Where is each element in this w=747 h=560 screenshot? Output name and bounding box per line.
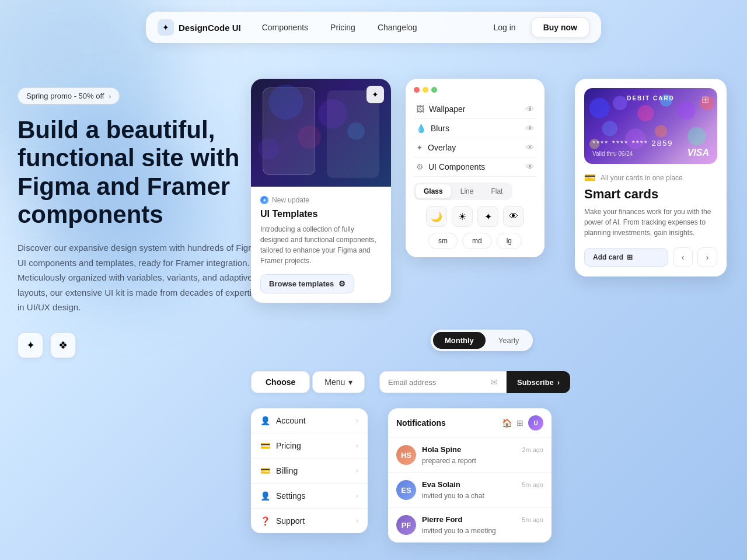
login-button[interactable]: Log in — [483, 18, 526, 37]
hero-figma-icon[interactable]: ✦ — [18, 332, 43, 358]
debit-card: DEBIT CARD ⊞ **** **** **** 2859 Valid t… — [584, 88, 717, 164]
overlay-label: Overlay — [428, 143, 456, 152]
menu-item-support[interactable]: ❓ Support › — [251, 509, 368, 533]
size-sm-btn[interactable]: sm — [428, 233, 458, 249]
promo-label: Spring promo - 50% off — [26, 92, 104, 100]
light-theme-btn[interactable]: ☀ — [452, 206, 473, 227]
choose-button[interactable]: Choose — [251, 371, 310, 393]
notif-name-2: Pierre Ford — [422, 515, 462, 524]
notification-item-0: HS Hola Spine 2m ago prepared a report — [388, 438, 551, 473]
notifications-title: Notifications — [396, 418, 446, 428]
card-templates-image: ✦ — [251, 79, 391, 187]
account-label: Account — [276, 416, 306, 425]
nav-link-changelog[interactable]: Changelog — [368, 19, 427, 36]
account-chevron-icon: › — [356, 416, 358, 425]
svg-point-6 — [613, 96, 627, 110]
navbar-logo-text: DesignCode UI — [179, 23, 241, 33]
buynow-button[interactable]: Buy now — [531, 18, 589, 37]
style-toggle-container: Glass Line Flat — [414, 183, 512, 200]
eye-icon-blurs[interactable]: 👁 — [526, 124, 534, 133]
auto-theme-btn[interactable]: ✦ — [477, 206, 498, 227]
smart-card-title: Smart cards — [584, 187, 717, 202]
filter-icon[interactable]: ⊞ — [516, 418, 523, 428]
dot-green — [431, 87, 437, 93]
hero-section: Spring promo - 50% off › Build a beautif… — [18, 88, 263, 358]
svg-point-3 — [347, 123, 365, 140]
eye-icon-ui[interactable]: 👁 — [526, 162, 534, 172]
navbar: ✦ DesignCode UI Components Pricing Chang… — [146, 12, 601, 43]
ui-components-icon: ⚙ — [416, 162, 424, 172]
email-input[interactable] — [388, 378, 486, 387]
subscribe-chevron-icon: › — [557, 378, 560, 387]
card-settings: 🖼 Wallpaper 👁 💧 Blurs 👁 ✦ Overlay 👁 ⚙ UI… — [406, 79, 544, 257]
size-md-btn[interactable]: md — [462, 233, 492, 249]
card-templates-title: UI Templates — [260, 209, 382, 219]
add-card-icon: ⊞ — [627, 253, 633, 261]
card-ui-templates: ✦ ✦ New update UI Templates Introducing … — [251, 79, 391, 303]
debit-card-grid-icon: ⊞ — [701, 94, 709, 105]
dark-theme-btn[interactable]: 🌙 — [426, 206, 447, 227]
navbar-logo: ✦ DesignCode UI — [158, 19, 241, 36]
svg-point-4 — [258, 138, 279, 159]
notif-action-1: invited you to a chat — [422, 492, 484, 500]
card-menu-list: 👤 Account › 💳 Pricing › 💳 Billing › 👤 Se… — [251, 408, 368, 533]
notif-action-0: prepared a report — [422, 457, 476, 465]
menu-item-account[interactable]: 👤 Account › — [251, 408, 368, 433]
nav-link-pricing[interactable]: Pricing — [321, 19, 365, 36]
smart-card-meta-icon: 💳 — [584, 172, 596, 183]
browse-templates-button[interactable]: Browse templates ⚙ — [260, 274, 354, 293]
svg-point-14 — [687, 127, 706, 146]
dot-yellow — [423, 87, 428, 93]
notif-name-0: Hola Spine — [422, 445, 461, 454]
settings-label: Settings — [276, 491, 306, 501]
menu-item-settings[interactable]: 👤 Settings › — [251, 484, 368, 509]
notif-time-2: 5m ago — [522, 516, 543, 523]
user-avatar-header[interactable]: U — [528, 415, 543, 430]
browse-icon: ⚙ — [338, 279, 345, 288]
smart-card-description: Make your finances work for you with the… — [584, 206, 717, 238]
hero-title: Build a beautiful, functional site with … — [18, 116, 263, 229]
accessibility-theme-btn[interactable]: 👁 — [503, 206, 524, 227]
promo-chevron-icon: › — [109, 93, 111, 100]
support-chevron-icon: › — [356, 517, 358, 525]
notif-avatar-1: ES — [396, 480, 416, 500]
notif-header-icons: 🏠 ⊞ U — [502, 415, 543, 430]
notification-item-1: ES Eva Solain 5m ago invited you to a ch… — [388, 473, 551, 508]
eye-icon-wallpaper[interactable]: 👁 — [526, 104, 534, 114]
email-input-wrap: ✉ — [379, 371, 507, 393]
yearly-btn[interactable]: Yearly — [487, 332, 531, 349]
account-icon: 👤 — [260, 416, 270, 425]
monthly-btn[interactable]: Monthly — [433, 332, 486, 349]
notif-time-1: 5m ago — [522, 481, 543, 488]
hero-description: Discover our expansive design system wit… — [18, 240, 263, 315]
menu-item-billing[interactable]: 💳 Billing › — [251, 459, 368, 484]
new-update-label: New update — [272, 196, 309, 204]
eye-icon-overlay[interactable]: 👁 — [526, 143, 534, 152]
logo-icon: ✦ — [158, 19, 174, 36]
card-notifications: Notifications 🏠 ⊞ U HS Hola Spine 2m ago… — [388, 408, 551, 542]
add-card-button[interactable]: Add card ⊞ — [584, 248, 668, 267]
debit-card-label: DEBIT CARD — [627, 95, 675, 102]
subscribe-button[interactable]: Subscribe › — [507, 371, 570, 393]
hero-framer-icon[interactable]: ❖ — [50, 332, 76, 358]
flat-toggle[interactable]: Flat — [483, 184, 511, 198]
size-lg-btn[interactable]: lg — [497, 233, 522, 249]
style-toggle-group: Glass Line Flat — [414, 183, 536, 200]
home-icon[interactable]: 🏠 — [502, 418, 512, 428]
nav-link-components[interactable]: Components — [253, 19, 317, 36]
menu-button[interactable]: Menu ▾ — [312, 371, 365, 393]
pricing-icon: 💳 — [260, 441, 270, 450]
debit-card-number: **** **** **** 2859 — [592, 139, 673, 148]
notif-time-0: 2m ago — [522, 446, 543, 453]
prev-card-button[interactable]: ‹ — [673, 247, 693, 267]
promo-badge[interactable]: Spring promo - 50% off › — [18, 88, 120, 104]
menu-item-pricing[interactable]: 💳 Pricing › — [251, 433, 368, 459]
pricing-chevron-icon: › — [356, 442, 358, 450]
glass-toggle[interactable]: Glass — [416, 184, 451, 198]
wallpaper-label: Wallpaper — [429, 104, 466, 114]
line-toggle[interactable]: Line — [452, 184, 482, 198]
notif-avatar-0: HS — [396, 445, 416, 465]
next-card-button[interactable]: › — [697, 247, 717, 267]
navbar-actions: Log in Buy now — [483, 18, 590, 37]
svg-point-7 — [637, 105, 654, 121]
